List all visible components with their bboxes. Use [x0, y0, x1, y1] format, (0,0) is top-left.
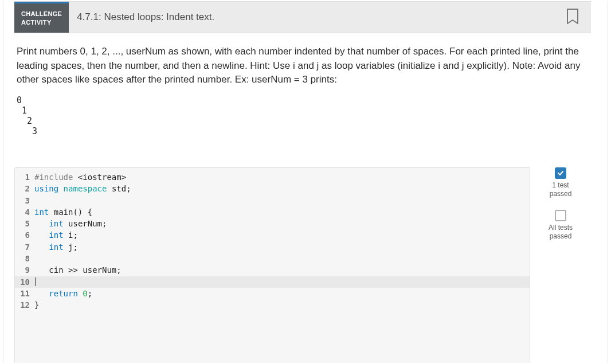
code-line[interactable]: 6 int i; [15, 229, 530, 241]
challenge-tab: CHALLENGE ACTIVITY [14, 2, 69, 33]
code-line[interactable]: 9 cin >> userNum; [15, 264, 530, 276]
code-line[interactable]: 10 [15, 276, 530, 288]
check-icon [555, 167, 566, 179]
code-line[interactable]: 8 [15, 253, 530, 264]
line-number: 12 [15, 299, 34, 311]
line-number: 1 [15, 171, 34, 183]
code-text: int i; [34, 229, 78, 241]
test-status-panel: 1 test passed All tests passed [540, 167, 581, 363]
code-text: int userNum; [34, 218, 107, 229]
one-test-status: 1 test passed [540, 167, 581, 198]
all-tests-status: All tests passed [540, 210, 581, 241]
challenge-header: CHALLENGE ACTIVITY 4.7.1: Nested loops: … [14, 1, 591, 33]
code-text: using namespace std; [34, 183, 131, 194]
line-number: 6 [15, 229, 34, 241]
code-text: cin >> userNum; [34, 264, 122, 276]
activity-title: 4.7.1: Nested loops: Indent text. [69, 2, 214, 33]
line-number: 2 [15, 183, 34, 194]
line-number: 8 [15, 253, 34, 264]
line-number: 7 [15, 241, 34, 253]
code-line[interactable]: 5 int userNum; [15, 218, 530, 229]
empty-badge-icon [555, 210, 566, 221]
code-text [34, 276, 36, 288]
challenge-tab-line2: ACTIVITY [21, 18, 62, 27]
bookmark-icon[interactable] [566, 9, 579, 26]
line-number: 5 [15, 218, 34, 229]
line-number: 10 [15, 276, 34, 288]
code-line[interactable]: 11 return 0; [15, 288, 530, 299]
code-text: #include <iostream> [34, 171, 126, 183]
code-text: } [34, 299, 39, 311]
code-line[interactable]: 3 [15, 195, 530, 206]
code-text: int j; [34, 241, 78, 253]
line-number: 9 [15, 264, 34, 276]
code-text: int main() { [34, 206, 92, 218]
all-tests-label: All tests passed [540, 224, 581, 241]
code-line[interactable]: 4int main() { [15, 206, 530, 218]
code-line[interactable]: 12} [15, 299, 530, 311]
line-number: 3 [15, 195, 34, 206]
code-line[interactable]: 2using namespace std; [15, 183, 530, 194]
example-output: 0 1 2 3 [17, 95, 589, 136]
code-line[interactable]: 7 int j; [15, 241, 530, 253]
line-number: 4 [15, 206, 34, 218]
code-line[interactable]: 1#include <iostream> [15, 171, 530, 183]
problem-description: Print numbers 0, 1, 2, ..., userNum as s… [17, 45, 589, 87]
line-number: 11 [15, 288, 34, 299]
one-test-label: 1 test passed [540, 181, 581, 198]
code-editor[interactable]: 1#include <iostream>2using namespace std… [14, 167, 530, 363]
challenge-tab-line1: CHALLENGE [21, 10, 62, 18]
code-text: return 0; [34, 288, 92, 299]
